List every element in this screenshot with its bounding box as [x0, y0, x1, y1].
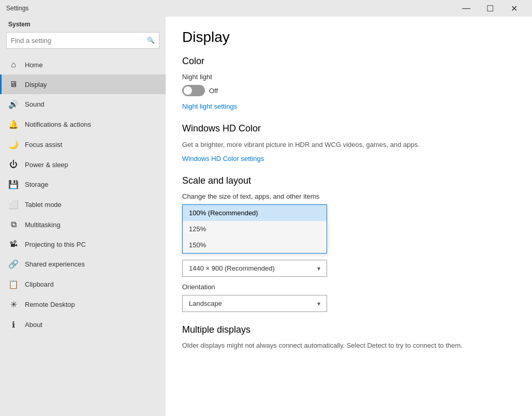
sidebar-item-shared[interactable]: 🔗 Shared experiences	[0, 254, 166, 274]
sidebar-item-label: Home	[25, 61, 43, 69]
sidebar-item-label: Remote Desktop	[25, 301, 75, 308]
sidebar-item-clipboard[interactable]: 📋 Clipboard	[0, 274, 166, 294]
scale-section: Scale and layout Change the size of text…	[182, 175, 515, 312]
resolution-value: 1440 × 900 (Recommended)	[189, 264, 275, 272]
night-light-toggle-container: Off	[182, 85, 515, 96]
scale-option-125[interactable]: 125%	[183, 221, 327, 237]
scale-option-100[interactable]: 100% (Recommended)	[183, 205, 327, 221]
shared-icon: 🔗	[8, 259, 19, 269]
night-light-settings-link[interactable]: Night light settings	[182, 102, 237, 110]
scale-section-title: Scale and layout	[182, 175, 515, 186]
sound-icon: 🔊	[8, 99, 19, 109]
hd-color-settings-link[interactable]: Windows HD Color settings	[182, 155, 264, 162]
sidebar-item-label: Projecting to this PC	[25, 241, 86, 248]
resolution-dropdown[interactable]: 1440 × 900 (Recommended) ▾	[182, 260, 327, 277]
search-icon: 🔍	[147, 37, 155, 44]
night-light-status: Off	[209, 87, 218, 95]
scale-dropdown-open[interactable]: 100% (Recommended) 125% 150%	[182, 204, 327, 254]
toggle-knob	[184, 86, 192, 95]
home-icon: ⌂	[8, 60, 19, 69]
sidebar-item-tablet[interactable]: ⬜ Tablet mode	[0, 195, 166, 215]
main-content: Display Color Night light Off Night ligh…	[166, 17, 532, 416]
clipboard-icon: 📋	[8, 279, 19, 289]
night-light-toggle[interactable]	[182, 85, 205, 96]
sidebar-item-display[interactable]: 🖥 Display	[0, 75, 166, 94]
multitasking-icon: ⧉	[8, 220, 19, 229]
display-icon: 🖥	[8, 80, 19, 89]
orientation-label: Orientation	[182, 283, 515, 291]
chevron-down-icon: ▾	[317, 300, 320, 307]
notifications-icon: 🔔	[8, 120, 19, 129]
page-title: Display	[182, 29, 515, 46]
app-title: Settings	[6, 5, 28, 12]
minimize-button[interactable]: —	[454, 0, 478, 17]
sidebar-item-label: Storage	[25, 181, 49, 188]
night-light-row: Night light	[182, 73, 515, 81]
search-bar[interactable]: 🔍	[6, 32, 159, 49]
sidebar-item-label: Power & sleep	[25, 161, 68, 169]
hd-color-section: Windows HD Color Get a brighter, more vi…	[182, 123, 515, 163]
hd-color-description: Get a brighter, more vibrant picture in …	[182, 140, 515, 150]
app-body: System 🔍 ⌂ Home 🖥 Display 🔊 Sound 🔔 Noti…	[0, 17, 532, 416]
multiple-displays-section: Multiple displays Older displays might n…	[182, 324, 515, 351]
sidebar-item-label: Tablet mode	[25, 201, 62, 209]
sidebar-item-label: Sound	[25, 100, 45, 108]
remote-icon: ✳	[8, 300, 19, 309]
sidebar-item-focus[interactable]: 🌙 Focus assist	[0, 135, 166, 155]
about-icon: ℹ	[8, 320, 19, 330]
color-section-title: Color	[182, 56, 515, 67]
hd-color-title: Windows HD Color	[182, 123, 515, 134]
sidebar-item-storage[interactable]: 💾 Storage	[0, 174, 166, 195]
sidebar-item-about[interactable]: ℹ About	[0, 315, 166, 335]
sidebar-item-power[interactable]: ⏻ Power & sleep	[0, 155, 166, 174]
maximize-button[interactable]: ☐	[478, 0, 502, 17]
sidebar-item-label: About	[25, 321, 42, 329]
power-icon: ⏻	[8, 160, 19, 169]
sidebar-item-label: Focus assist	[25, 141, 62, 148]
scale-option-150[interactable]: 150%	[183, 237, 327, 253]
sidebar-item-label: Display	[25, 81, 47, 88]
color-section: Color Night light Off Night light settin…	[182, 56, 515, 111]
sidebar: System 🔍 ⌂ Home 🖥 Display 🔊 Sound 🔔 Noti…	[0, 17, 166, 416]
sidebar-item-label: Notifications & actions	[25, 121, 91, 128]
sidebar-item-label: Clipboard	[25, 280, 54, 288]
sidebar-item-home[interactable]: ⌂ Home	[0, 55, 166, 75]
orientation-value: Landscape	[189, 300, 222, 307]
sidebar-item-label: Multitasking	[25, 221, 61, 229]
title-bar: Settings — ☐ ✕	[0, 0, 532, 17]
sidebar-item-projecting[interactable]: 📽 Projecting to this PC	[0, 234, 166, 254]
storage-icon: 💾	[8, 180, 19, 189]
sidebar-section-label: System	[0, 17, 166, 30]
focus-icon: 🌙	[8, 140, 19, 150]
sidebar-item-notifications[interactable]: 🔔 Notifications & actions	[0, 114, 166, 135]
sidebar-item-sound[interactable]: 🔊 Sound	[0, 94, 166, 114]
sidebar-item-label: Shared experiences	[25, 260, 85, 268]
sidebar-item-multitasking[interactable]: ⧉ Multitasking	[0, 215, 166, 234]
chevron-down-icon: ▾	[317, 265, 320, 272]
night-light-label: Night light	[182, 73, 212, 81]
search-input[interactable]	[11, 37, 145, 44]
projecting-icon: 📽	[8, 240, 19, 249]
tablet-icon: ⬜	[8, 200, 19, 210]
close-button[interactable]: ✕	[502, 0, 526, 17]
change-size-label: Change the size of text, apps, and other…	[182, 192, 515, 200]
window-controls: — ☐ ✕	[454, 0, 526, 17]
orientation-dropdown[interactable]: Landscape ▾	[182, 295, 327, 312]
sidebar-item-remote[interactable]: ✳ Remote Desktop	[0, 294, 166, 315]
multiple-displays-description: Older displays might not always connect …	[182, 340, 515, 351]
multiple-displays-title: Multiple displays	[182, 324, 515, 335]
